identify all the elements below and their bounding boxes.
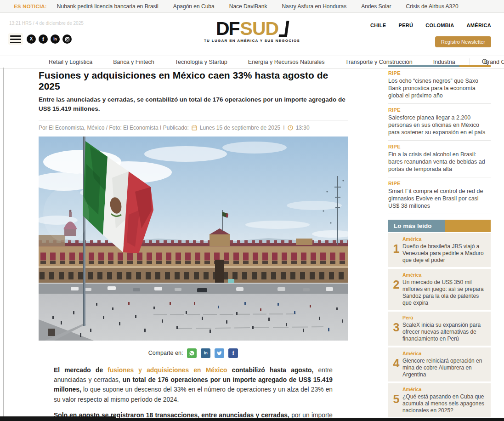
most-read-item[interactable]: 2AméricaUn mercado de US$ 350 mil millon… <box>388 269 491 310</box>
text-segment: lo que supone un descenso del 33% en el … <box>54 386 333 403</box>
logo-sud: SUD <box>240 20 279 37</box>
most-read-title-text: Un mercado de US$ 350 mil millones en ju… <box>402 279 486 307</box>
most-read-header: Lo más leído <box>388 220 491 232</box>
nav-item-industria[interactable]: Industria <box>433 59 455 65</box>
breaking-news-label: ES NOTICIA: <box>14 4 47 9</box>
most-read-text: AméricaUn mercado de US$ 350 mil millone… <box>402 272 486 307</box>
ticker-headline-link[interactable]: Apagón en Cuba <box>173 3 215 10</box>
article-body: El mercado de fusiones y adquisiciones e… <box>39 365 348 421</box>
breaking-news-bar: ES NOTICIA: Nubank pedirá licencia banca… <box>0 0 504 13</box>
page-left-border <box>3 68 4 417</box>
ticker-headline-link[interactable]: Andes Solar <box>361 3 391 10</box>
ticker-headline-link[interactable]: Crisis de Airbus A320 <box>406 3 459 10</box>
most-read-rank: 1 <box>390 236 402 264</box>
ripe-news-item[interactable]: RIPEFin a la crisis del alcohol en Brasi… <box>388 141 491 177</box>
article-subtitle: Entre las anunciadas y cerradas, se cont… <box>39 95 348 114</box>
ripe-news-item[interactable]: RIPELos ocho “cisnes negros” que Saxo Ba… <box>388 67 491 104</box>
byline-text: Por El Economista, México / Foto: El Eco… <box>39 125 189 131</box>
share-icons: inf <box>186 348 238 358</box>
text-segment: El mercado de <box>54 367 108 374</box>
edition-link-colombia[interactable]: COLOMBIA <box>425 23 454 28</box>
ripe-category-tag: RIPE <box>388 70 491 76</box>
edition-link-américa[interactable]: AMÉRICA <box>467 23 491 28</box>
logo-tagline: TU LUGAR EN AMÉRICA Y SUS NEGOCIOS <box>0 39 504 43</box>
published-date: Lunes 15 de septiembre de 2025 <box>200 125 280 131</box>
edition-links: CHILEPERÚCOLOMBIAAMÉRICA <box>370 23 491 28</box>
most-read-item[interactable]: 3PerúScaleX inicia su expansión para ofr… <box>388 312 491 346</box>
newsletter-signup-button[interactable]: Registro Newsletter <box>435 36 491 47</box>
most-read-rank: 4 <box>390 351 402 378</box>
article-byline: Por El Economista, México / Foto: El Eco… <box>39 125 348 131</box>
ripe-news-item[interactable]: RIPESalesforce planea llegar a 2.200 per… <box>388 104 491 141</box>
site-header: 13:21 HRS / 4 de diciembre de 2025 Xfin … <box>0 13 504 56</box>
most-read-item[interactable]: 4AméricaGlencore reiniciará operación en… <box>388 347 491 381</box>
nav-item-transporte-y-construcci-n[interactable]: Transporte y Construcción <box>345 59 413 65</box>
most-read-title-text: Dueño de brasileña JBS viajó a Venezuela… <box>402 243 486 264</box>
sidebar: RIPELos ocho “cisnes negros” que Saxo Ba… <box>388 65 491 421</box>
most-read-title-text: Glencore reiniciará operación en mina de… <box>402 358 486 378</box>
ripe-news-title: Salesforce planea llegar a 2.200 persona… <box>388 114 491 136</box>
bottom-bar-left <box>0 416 116 421</box>
text-segment: contabilizó hasta agosto, <box>227 367 318 374</box>
whatsapp-icon[interactable] <box>187 348 197 358</box>
most-read-title-text: ScaleX inicia su expansión para ofrecer … <box>402 322 486 342</box>
ticker-headline-link[interactable]: Nace DaviBank <box>229 3 267 10</box>
most-read-item[interactable]: 5América¿Qué está pasando en Cuba que ac… <box>388 383 491 417</box>
nav-divider <box>470 58 470 66</box>
article-column: Fusiones y adquisiciones en México caen … <box>39 68 348 421</box>
most-read-rank: 2 <box>390 272 402 307</box>
ripe-news-title: Los ocho “cisnes negros” que Saxo Bank p… <box>388 77 491 99</box>
most-read-list: 1AméricaDueño de brasileña JBS viajó a V… <box>388 233 491 417</box>
ripe-category-tag: RIPE <box>388 181 491 186</box>
ticker-headline-link[interactable]: Nubank pedirá licencia bancaria en Brasi… <box>57 3 159 10</box>
published-time: 13:30 <box>296 125 310 131</box>
inline-article-link[interactable]: fusiones y adquisiciones en México <box>108 367 227 374</box>
ripe-category-tag: RIPE <box>388 107 491 113</box>
ripe-category-tag: RIPE <box>388 144 491 149</box>
most-read-category-tag: América <box>402 236 486 242</box>
ripe-news-item[interactable]: RIPESmart Fit compra el control de red d… <box>388 177 491 214</box>
facebook-icon[interactable]: f <box>228 348 238 358</box>
ripe-news-title: Smart Fit compra el control de red de gi… <box>388 188 491 210</box>
nav-item-energ-a-y-recursos-naturales[interactable]: Energía y Recursos Naturales <box>248 59 325 65</box>
most-read-header-accent <box>445 220 491 232</box>
byline-separator: I <box>283 125 284 131</box>
logo-bracket <box>279 21 289 37</box>
breaking-news-items: Nubank pedirá licencia bancaria en Brasi… <box>57 3 459 10</box>
most-read-category-tag: América <box>402 351 486 356</box>
edition-link-chile[interactable]: CHILE <box>370 23 386 28</box>
article-paragraph: El mercado de fusiones y adquisiciones e… <box>54 365 333 405</box>
clock-icon <box>288 125 293 131</box>
calendar-icon <box>192 125 197 131</box>
linkedin-icon[interactable]: in <box>201 348 210 358</box>
share-bar: Comparte en: inf <box>39 348 348 358</box>
divider <box>39 120 348 120</box>
ripe-news-title: Fin a la crisis del alcohol en Brasil: b… <box>388 151 491 173</box>
most-read-text: América¿Qué está pasando en Cuba que acu… <box>402 387 486 414</box>
ripe-news-list: RIPELos ocho “cisnes negros” que Saxo Ba… <box>388 67 491 214</box>
ticker-headline-link[interactable]: Nasry Asfura en Honduras <box>282 3 346 10</box>
most-read-title: Lo más leído <box>388 220 445 232</box>
hero-image <box>39 137 348 341</box>
twitter-icon[interactable] <box>215 348 224 358</box>
logo-df: DF <box>216 20 239 37</box>
share-label: Comparte en: <box>148 350 183 356</box>
nav-item-retail-y-log-stica[interactable]: Retail y Logística <box>49 59 92 65</box>
most-read-rank: 5 <box>390 387 402 414</box>
most-read-title-text: ¿Qué está pasando en Cuba que acumula al… <box>402 393 486 414</box>
most-read-text: AméricaDueño de brasileña JBS viajó a Ve… <box>402 236 486 264</box>
most-read-rank: 3 <box>390 315 402 342</box>
most-read-category-tag: América <box>402 272 486 278</box>
edition-link-perú[interactable]: PERÚ <box>399 23 413 28</box>
search-icon <box>481 58 489 66</box>
nav-item-tecnolog-a-y-startup[interactable]: Tecnología y Startup <box>175 59 227 65</box>
most-read-category-tag: América <box>402 387 486 392</box>
most-read-item[interactable]: 1AméricaDueño de brasileña JBS viajó a V… <box>388 233 491 267</box>
article-title: Fusiones y adquisiciones en México caen … <box>39 70 348 91</box>
search-button[interactable] <box>481 58 489 66</box>
nav-item-banca-y-fintech[interactable]: Banca y Fintech <box>113 59 154 65</box>
most-read-text: PerúScaleX inicia su expansión para ofre… <box>402 315 486 342</box>
most-read-category-tag: Perú <box>402 315 486 320</box>
nav-items: Retail y LogísticaBanca y FintechTecnolo… <box>49 58 504 66</box>
sidebar-top-accent <box>388 65 491 67</box>
